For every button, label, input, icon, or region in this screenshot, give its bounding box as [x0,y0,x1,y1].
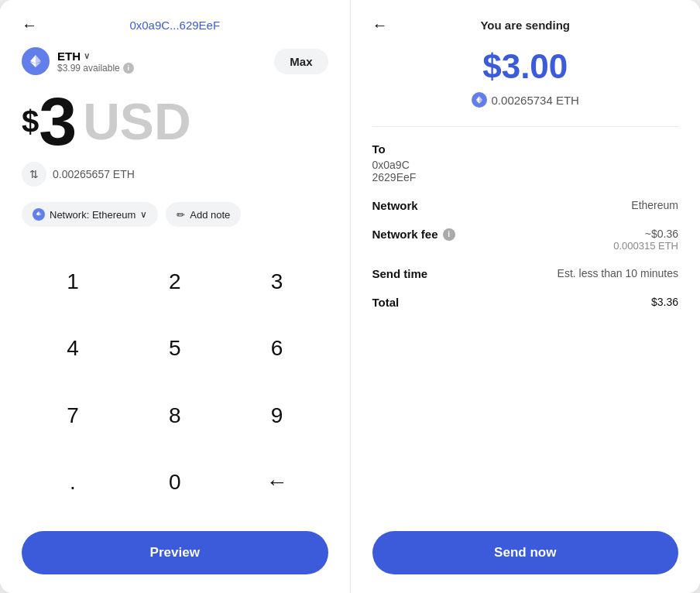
network-eth-icon [33,208,45,221]
token-balance-row: $3.99 available i [57,63,134,74]
numpad-key-1[interactable]: 1 [22,249,124,315]
dollar-sign: $ [22,106,39,137]
numpad-key-2[interactable]: 2 [124,249,226,315]
add-note-button[interactable]: ✏ Add note [166,202,241,227]
confirmation-title: You are sending [480,19,570,32]
network-detail-label: Network [372,199,418,212]
network-detail-value: Ethereum [631,199,678,211]
send-now-button[interactable]: Send now [372,531,679,574]
eth-equivalent-row: ⇅ 0.00265657 ETH [22,162,328,187]
numpad-key-8[interactable]: 8 [124,382,226,449]
recipient-address: 0x0a9C...629EeF [129,19,220,32]
sending-usd-amount: $3.00 [372,47,679,86]
numpad-key-backspace[interactable]: ← [226,449,328,516]
network-label: Network: Ethereum [50,209,136,221]
total-row: Total $3.36 [372,296,679,309]
send-time-value: Est. less than 10 minutes [558,267,678,279]
to-address-line1: 0x0a9C [372,159,679,171]
swap-currency-button[interactable]: ⇅ [22,162,46,187]
sending-amount-section: $3.00 [372,47,679,86]
fee-label: Network fee [372,228,438,241]
to-label: To [372,142,679,156]
pencil-icon: ✏ [177,209,185,221]
token-row: ETH ∨ $3.99 available i Max [22,47,328,75]
network-value: Ethereum [631,199,678,211]
token-symbol: ETH [57,50,81,63]
screens-container: ← 0x0a9C...629EeF ETH ∨ [0,0,700,593]
eth-logo-icon [22,47,50,75]
fee-info-icon[interactable]: i [443,228,455,241]
right-header: ← You are sending [372,19,679,32]
numpad-key-0[interactable]: 0 [124,449,226,516]
numpad-key-3[interactable]: 3 [226,249,328,315]
numpad-key-5[interactable]: 5 [124,315,226,382]
options-row: Network: Ethereum ∨ ✏ Add note [22,202,328,227]
fee-usd-value: ~$0.36 [613,228,678,240]
right-screen: ← You are sending $3.00 0.00265734 ETH T… [351,0,701,593]
add-note-label: Add note [190,209,230,221]
max-button[interactable]: Max [274,49,328,74]
left-screen: ← 0x0a9C...629EeF ETH ∨ [0,0,351,593]
left-back-button[interactable]: ← [22,16,37,34]
fee-eth-value: 0.000315 ETH [613,240,678,252]
to-address-line2: 2629EeF [372,171,679,183]
numpad-key-decimal[interactable]: . [22,449,124,516]
left-header: ← 0x0a9C...629EeF [22,19,328,32]
token-balance-text: $3.99 available [57,63,120,74]
preview-button[interactable]: Preview [22,531,328,574]
balance-info-icon: i [123,63,134,74]
send-time-row: Send time Est. less than 10 minutes [372,267,679,280]
eth-equivalent-text: 0.00265657 ETH [53,168,135,180]
fee-value-group: ~$0.36 0.000315 ETH [613,228,678,252]
numpad-key-4[interactable]: 4 [22,315,124,382]
numpad-key-7[interactable]: 7 [22,382,124,449]
network-selector-button[interactable]: Network: Ethereum ∨ [22,202,158,227]
network-chevron-icon: ∨ [140,209,147,220]
total-label: Total [372,296,400,309]
fee-row: Network fee i ~$0.36 0.000315 ETH [372,228,679,252]
numpad-key-9[interactable]: 9 [226,382,328,449]
token-info: ETH ∨ $3.99 available i [22,47,134,75]
amount-display: $ 3 USD [22,87,328,156]
svg-marker-5 [36,211,39,216]
sending-eth-amount: 0.00265734 ETH [492,94,579,107]
divider [372,126,679,127]
token-name-row[interactable]: ETH ∨ [57,50,134,63]
amount-number: 3 [39,87,77,156]
send-time-label: Send time [372,267,428,280]
network-row: Network Ethereum [372,199,679,212]
token-dropdown-icon: ∨ [84,51,90,61]
total-value: $3.36 [651,296,678,308]
svg-marker-4 [39,211,42,216]
to-row: To 0x0a9C 2629EeF [372,142,679,183]
total-value-group: $3.36 [651,296,678,308]
amount-currency: USD [83,96,190,147]
send-time-value-group: Est. less than 10 minutes [558,267,678,279]
sending-eth-icon [472,92,487,108]
sending-eth-row: 0.00265734 ETH [372,92,679,108]
token-details: ETH ∨ $3.99 available i [57,50,134,74]
numpad-key-6[interactable]: 6 [226,315,328,382]
right-back-button[interactable]: ← [372,16,388,34]
numpad: 123456789.0← [22,249,328,516]
fee-label-group: Network fee i [372,228,455,241]
